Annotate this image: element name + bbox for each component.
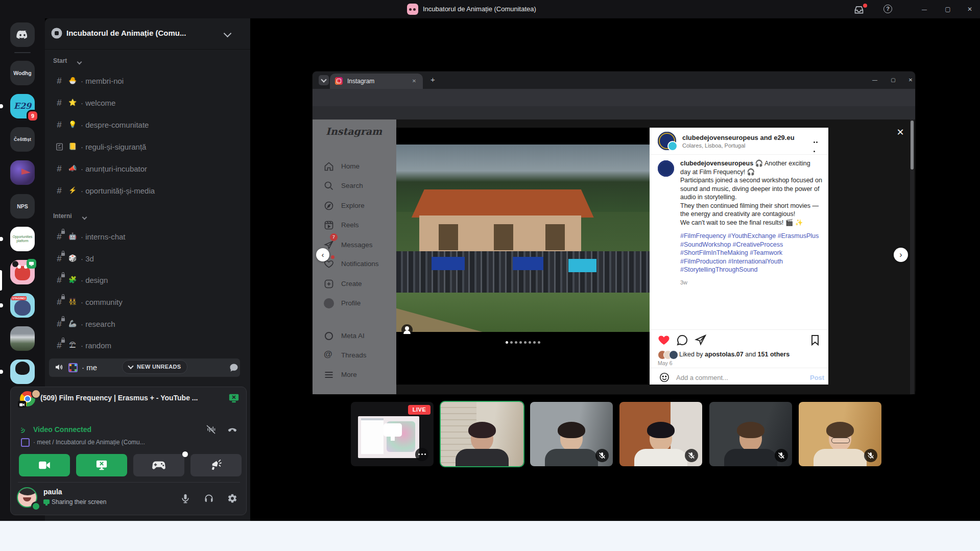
- server-staging[interactable]: STAGING!: [10, 293, 35, 318]
- stop-streaming-icon[interactable]: [228, 393, 240, 404]
- server-nps[interactable]: NPS: [10, 194, 35, 219]
- activities-button[interactable]: [133, 454, 184, 476]
- channel-despre-comunitate[interactable]: 💡 despre-comunitate: [49, 116, 240, 134]
- participant-tile[interactable]: [799, 402, 881, 466]
- new-tab-button[interactable]: [429, 76, 437, 84]
- open-chat-icon[interactable]: [229, 363, 239, 373]
- help-icon[interactable]: ?: [883, 5, 892, 13]
- modal-close-icon[interactable]: [895, 127, 906, 138]
- meta-ai-icon: [324, 331, 334, 341]
- disconnect-icon[interactable]: [227, 424, 237, 435]
- tab-close-button[interactable]: [411, 78, 418, 85]
- post-options-icon[interactable]: [813, 136, 820, 154]
- ig-nav-threads[interactable]: @ Threads: [313, 346, 396, 365]
- inbox-icon[interactable]: [854, 5, 864, 15]
- ig-nav-more[interactable]: More: [313, 365, 396, 385]
- channel-membri-noi[interactable]: 🐣 membri-noi: [49, 73, 240, 90]
- previous-post-arrow[interactable]: ‹: [316, 248, 329, 261]
- username[interactable]: paula: [43, 488, 62, 496]
- comment-icon[interactable]: [676, 334, 688, 346]
- channel-oportunitati-si-media[interactable]: ⚡ oportunități-și-media: [49, 182, 240, 200]
- camera-button[interactable]: [19, 454, 70, 476]
- screen-share-tile[interactable]: LIVE: [351, 402, 434, 466]
- channel-random[interactable]: ⛱ random: [49, 337, 240, 354]
- streamer-avatar: [31, 389, 41, 399]
- mic-icon[interactable]: [180, 493, 190, 504]
- browser-minimize-button[interactable]: —: [867, 74, 882, 87]
- participant-tile[interactable]: [709, 402, 792, 466]
- maximize-button[interactable]: [938, 0, 958, 18]
- minimize-button[interactable]: [914, 0, 935, 18]
- windows-taskbar: Search 9 9 ENG 12:44 PM 6/3/2025: [0, 521, 980, 551]
- caption-author-avatar[interactable]: [658, 160, 674, 177]
- connected-channel[interactable]: meet / Incubatorul de Animație (Comu...: [33, 439, 207, 446]
- channel-interns-chat[interactable]: 🤖 interns-chat: [49, 228, 240, 246]
- liked-by-user[interactable]: apostolas.07: [705, 351, 744, 358]
- channel-community[interactable]: 👯 community: [49, 294, 240, 311]
- hash-icon: [54, 76, 64, 86]
- like-heart-icon[interactable]: [658, 334, 670, 346]
- server-cestbst[interactable]: ČeštBșt: [10, 127, 35, 152]
- scrollbar-thumb[interactable]: [911, 121, 914, 170]
- ig-nav-create[interactable]: Create: [313, 274, 396, 294]
- voice-status: Video Connected: [33, 425, 91, 434]
- ig-nav-home[interactable]: Home: [313, 157, 396, 176]
- soundboard-button[interactable]: [190, 454, 242, 476]
- caption-hashtags[interactable]: #FilmFrequency #YouthExchange #ErasmusPl…: [680, 232, 822, 274]
- server-bird-avatar[interactable]: [10, 160, 35, 185]
- channel-research[interactable]: 🦾 research: [49, 316, 240, 333]
- stop-screen-share-button[interactable]: [76, 454, 127, 476]
- share-icon[interactable]: [695, 334, 707, 346]
- browser-maximize-button[interactable]: ▢: [886, 74, 901, 87]
- participant-tile[interactable]: [530, 402, 613, 466]
- emoji-icon[interactable]: [659, 372, 670, 383]
- ig-nav-profile[interactable]: Profile: [313, 294, 396, 313]
- stream-title[interactable]: (509) Film Frequency | Erasmus + - YouTu…: [40, 394, 223, 402]
- caption-line3: They then continued filming their short …: [680, 202, 822, 219]
- section-interni[interactable]: Interni: [53, 212, 72, 223]
- server-photo-avatar[interactable]: [10, 326, 35, 351]
- channel-3d[interactable]: 🎲 3d: [49, 250, 240, 268]
- server-girl-avatar[interactable]: [10, 360, 35, 384]
- ig-nav-reels[interactable]: Reels: [313, 215, 396, 235]
- discord-home-button[interactable]: [10, 22, 35, 47]
- tagged-people-icon[interactable]: [401, 324, 413, 336]
- ig-nav-search[interactable]: Search: [313, 176, 396, 196]
- liked-by-count[interactable]: 151 others: [758, 351, 790, 358]
- post-author-avatar[interactable]: [658, 132, 676, 150]
- participant-tile-speaking[interactable]: [441, 402, 523, 466]
- server-name: Incubatorul de Animație (Comu...: [66, 29, 220, 37]
- instagram-logo[interactable]: Instagram: [326, 126, 382, 137]
- menu-icon: [324, 370, 334, 380]
- noise-suppression-icon[interactable]: [206, 424, 216, 435]
- settings-gear-icon[interactable]: [227, 493, 237, 504]
- participant-tile[interactable]: [619, 402, 702, 466]
- close-button[interactable]: [960, 0, 980, 18]
- server-opportunities-platform[interactable]: Opportunities platform: [10, 227, 35, 251]
- section-start[interactable]: Start: [53, 57, 67, 67]
- headphones-icon[interactable]: [204, 493, 214, 504]
- channel-welcome[interactable]: ⭐ welcome: [49, 94, 240, 112]
- channel-reguli-si-siguranta[interactable]: 📒 reguli-și-siguranță: [49, 138, 240, 156]
- ig-nav-meta-ai[interactable]: Meta AI: [313, 326, 396, 346]
- bookmark-save-icon[interactable]: [809, 334, 821, 346]
- new-unreads-pill[interactable]: NEW UNREADS: [122, 360, 187, 374]
- ig-nav-explore[interactable]: Explore: [313, 196, 396, 215]
- server-header[interactable]: Incubatorul de Animație (Comu...: [45, 18, 250, 50]
- tab-search-button[interactable]: [319, 75, 329, 85]
- channel-design[interactable]: 🧩 design: [49, 272, 240, 289]
- browser-close-button[interactable]: [903, 74, 918, 87]
- comment-input[interactable]: Add a comment...: [676, 374, 728, 381]
- caption-username[interactable]: clubedejovenseuropeus: [680, 160, 753, 167]
- next-post-arrow[interactable]: ›: [894, 248, 908, 262]
- post-location[interactable]: Colares, Lisboa, Portugal: [682, 142, 746, 149]
- calendar-grid-icon: [68, 363, 78, 372]
- bookmarks-bar: Laptopuri Capacitat...: [313, 106, 915, 119]
- browser-tab[interactable]: Instagram: [330, 74, 423, 89]
- post-comment-button[interactable]: Post: [810, 374, 824, 381]
- tile-options-icon[interactable]: [415, 448, 428, 461]
- post-authors[interactable]: clubedejovenseuropeus and e29.eu: [682, 134, 810, 141]
- channel-anunturi-incubator[interactable]: 📣 anunțuri-incubator: [49, 160, 240, 178]
- server-wodhg[interactable]: Wodhg: [10, 61, 35, 85]
- liked-by-text[interactable]: Liked by apostolas.07 and 151 others: [679, 351, 790, 358]
